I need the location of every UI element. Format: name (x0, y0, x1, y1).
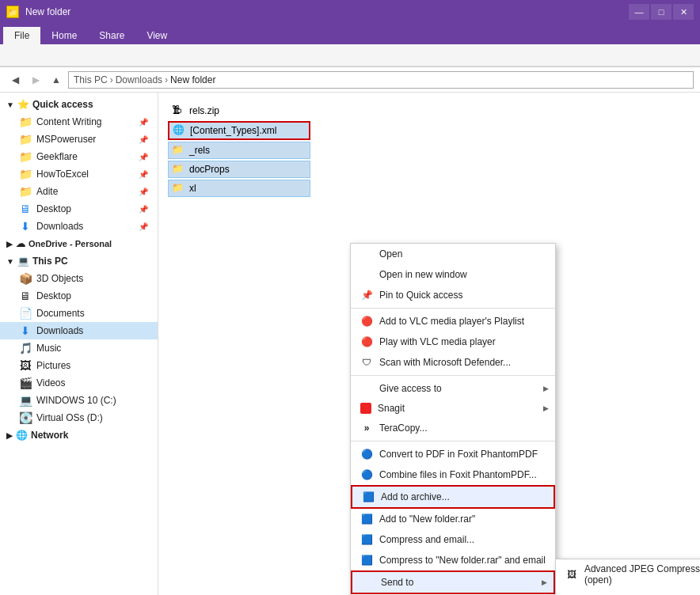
sidebar-item-3d-objects[interactable]: 📦 3D Objects (0, 270, 158, 287)
pin-icon: 📌 (139, 188, 148, 196)
file-item-xl-folder[interactable]: 📁 xl (168, 180, 310, 197)
ctx-label: Add to VLC media player's Playlist (379, 316, 524, 327)
snagit-icon (360, 403, 371, 414)
rar-icon: 🟦 (360, 513, 373, 525)
back-button[interactable]: ◀ (6, 71, 24, 89)
tab-share[interactable]: Share (88, 27, 135, 44)
ctx-send-to[interactable]: Send to (351, 570, 555, 594)
ctx-compress-new-folder-rar-email[interactable]: 🟦 Compress to "New folder.rar" and email (351, 550, 555, 570)
sidebar-item-label: MSPoweruser (36, 134, 96, 145)
vlc-icon: 🔴 (360, 315, 373, 328)
give-access-icon (360, 382, 373, 395)
quick-access-header[interactable]: ▼ ⭐ Quick access (0, 96, 158, 113)
onedrive-header[interactable]: ▶ ☁ OneDrive - Personal (0, 235, 158, 252)
ctx-sep1 (351, 308, 555, 309)
ctx-teracopy[interactable]: » TeraCopy... (351, 418, 555, 438)
jpeg-compressor-icon: 🖼 (565, 568, 578, 581)
documents-icon: 📄 (19, 307, 32, 320)
music-icon: 🎵 (19, 342, 32, 354)
sidebar-item-howtoexcel[interactable]: 📁 HowToExcel 📌 (0, 165, 158, 183)
sidebar-item-pictures[interactable]: 🖼 Pictures (0, 357, 158, 374)
this-pc-label: This PC (32, 256, 68, 267)
send-to-submenu: 🖼 Advanced JPEG Compressor (open) 🖼 Adva… (555, 559, 700, 595)
ctx-add-vlc-playlist[interactable]: 🔴 Add to VLC media player's Playlist (351, 311, 555, 332)
ctx-convert-pdf[interactable]: 🔵 Convert to PDF in Foxit PhantomPDF (351, 444, 555, 464)
file-item-content-types[interactable]: 🌐 [Content_Types].xml (168, 121, 310, 140)
ctx-label: Scan with Microsoft Defender... (379, 357, 511, 368)
sidebar-item-mspoweruser[interactable]: 📁 MSPoweruser 📌 (0, 131, 158, 148)
ctx-add-new-folder-rar[interactable]: 🟦 Add to "New folder.rar" (351, 509, 555, 529)
ribbon: File Home Share View (0, 24, 700, 67)
breadcrumb-pc[interactable]: This PC (74, 74, 108, 85)
submenu-advanced-jpeg-open[interactable]: 🖼 Advanced JPEG Compressor (open) (556, 559, 700, 589)
pin-icon: 📌 (139, 170, 148, 179)
up-button[interactable]: ▲ (48, 71, 65, 89)
folder-icon: 📁 (172, 163, 185, 176)
sidebar-item-documents[interactable]: 📄 Documents (0, 305, 158, 322)
send-to-icon (362, 576, 375, 589)
ctx-label: Compress and email... (379, 534, 474, 545)
breadcrumb-downloads[interactable]: Downloads (116, 74, 162, 85)
ctx-compress-email[interactable]: 🟦 Compress and email... (351, 529, 555, 550)
window-controls: — □ ✕ (629, 4, 694, 20)
tab-home[interactable]: Home (40, 27, 88, 44)
folder-icon: 📁 (172, 182, 185, 195)
ctx-scan-defender[interactable]: 🛡 Scan with Microsoft Defender... (351, 352, 555, 373)
sidebar-item-windows[interactable]: 💻 WINDOWS 10 (C:) (0, 392, 158, 409)
minimize-button[interactable]: — (629, 4, 649, 20)
this-pc-header[interactable]: ▼ 💻 This PC (0, 252, 158, 270)
folder-icon: 📁 (19, 116, 32, 128)
defender-icon: 🛡 (360, 356, 373, 369)
sidebar-item-downloads2[interactable]: ⬇ Downloads (0, 322, 158, 339)
sidebar-item-geekflare[interactable]: 📁 Geekflare 📌 (0, 148, 158, 165)
tab-file[interactable]: File (3, 27, 40, 44)
sidebar-item-music[interactable]: 🎵 Music (0, 339, 158, 357)
sidebar-item-content-writing[interactable]: 📁 Content Writing 📌 (0, 113, 158, 131)
ctx-open[interactable]: Open (351, 244, 555, 264)
sidebar-item-label: Desktop (36, 290, 71, 301)
ctx-give-access[interactable]: Give access to (351, 378, 555, 399)
ctx-label: Pin to Quick access (379, 290, 462, 301)
open-new-window-icon (360, 268, 373, 281)
ctx-label: Snagit (378, 403, 405, 414)
pin-icon: 📌 (139, 153, 148, 161)
ctx-label: Open in new window (379, 269, 467, 280)
sidebar-item-label: Documents (36, 308, 85, 319)
address-bar[interactable]: This PC › Downloads › New folder (68, 71, 694, 89)
ctx-label: Add to archive... (381, 491, 450, 502)
close-button[interactable]: ✕ (673, 4, 694, 20)
sidebar-item-label: HowToExcel (36, 169, 89, 180)
sidebar-item-label: Adite (36, 186, 58, 197)
ribbon-content (0, 44, 700, 66)
ctx-label: Compress to "New folder.rar" and email (379, 555, 546, 566)
ctx-pin-quick-access[interactable]: 📌 Pin to Quick access (351, 285, 555, 305)
file-item-rels-zip[interactable]: 🗜 rels.zip (168, 102, 310, 119)
sidebar-item-adite[interactable]: 📁 Adite 📌 (0, 183, 158, 200)
maximize-button[interactable]: □ (651, 4, 671, 20)
sidebar-item-desktop2[interactable]: 🖥 Desktop (0, 287, 158, 305)
ctx-add-archive[interactable]: 🟦 Add to archive... (351, 485, 555, 509)
sidebar-item-label: WINDOWS 10 (C:) (36, 395, 116, 406)
sidebar-item-videos[interactable]: 🎬 Videos (0, 374, 158, 392)
ctx-sep2 (351, 375, 555, 376)
ctx-label: Combine files in Foxit PhantomPDF... (379, 469, 537, 480)
file-area[interactable]: 🗜 rels.zip 🌐 [Content_Types].xml 📁 _rels… (158, 93, 700, 595)
sidebar-item-label: Pictures (36, 360, 70, 371)
submenu-advanced-jpeg-process[interactable]: 🖼 Advanced JPEG Compressor (process...) (556, 589, 700, 595)
breadcrumb-new-folder[interactable]: New folder (170, 74, 215, 85)
tab-view[interactable]: View (135, 27, 178, 44)
ctx-play-vlc[interactable]: 🔴 Play with VLC media player (351, 332, 555, 352)
window-icon: 📁 (6, 6, 19, 18)
sidebar-item-virtual-os[interactable]: 💽 Virtual OSs (D:) (0, 409, 158, 426)
forward-button[interactable]: ▶ (27, 71, 44, 89)
file-name: [Content_Types].xml (190, 125, 276, 136)
file-item-docprops-folder[interactable]: 📁 docProps (168, 161, 310, 178)
network-header[interactable]: ▶ 🌐 Network (0, 426, 158, 444)
sidebar-item-downloads[interactable]: ⬇ Downloads 📌 (0, 218, 158, 235)
ctx-combine-foxit[interactable]: 🔵 Combine files in Foxit PhantomPDF... (351, 464, 555, 485)
ctx-open-new-window[interactable]: Open in new window (351, 264, 555, 285)
file-item-rels-folder[interactable]: 📁 _rels (168, 142, 310, 159)
ctx-snagit[interactable]: Snagit (351, 399, 555, 418)
sidebar-item-desktop[interactable]: 🖥 Desktop 📌 (0, 200, 158, 218)
file-name: _rels (189, 145, 210, 156)
